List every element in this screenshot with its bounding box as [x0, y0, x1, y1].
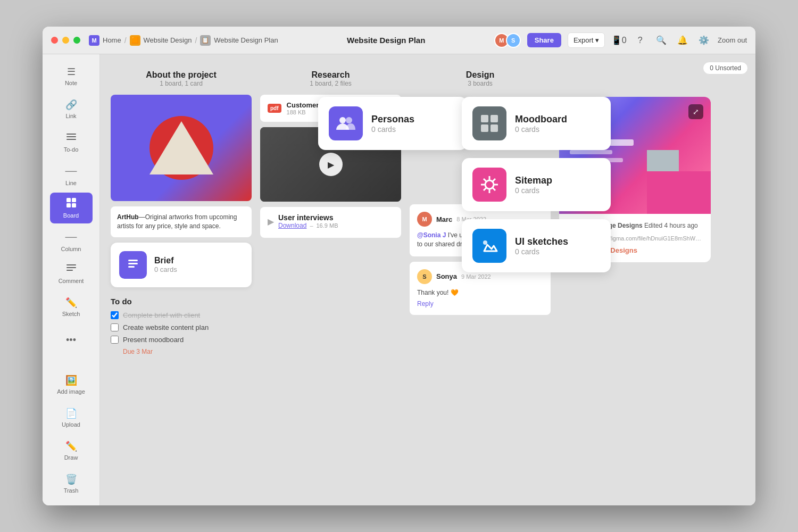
- svg-rect-7: [66, 264, 76, 265]
- sidebar-item-todo[interactable]: To-do: [50, 127, 93, 157]
- svg-rect-16: [491, 115, 498, 122]
- triangle-icon: [149, 121, 213, 174]
- settings-icon[interactable]: ⚙️: [696, 33, 711, 48]
- reply-link[interactable]: Reply: [417, 300, 543, 307]
- brief-card[interactable]: Brief 0 cards: [111, 243, 252, 287]
- upload-icon: 📄: [65, 408, 77, 419]
- moodboard-card[interactable]: Moodboard 0 cards: [462, 97, 611, 150]
- personas-card[interactable]: Personas 0 cards: [318, 97, 467, 150]
- shape-pink: [647, 171, 711, 214]
- comment-text-2: Thank you! 🧡: [417, 288, 543, 297]
- svg-rect-12: [128, 266, 135, 268]
- svg-rect-9: [66, 270, 73, 271]
- add-image-icon: 🖼️: [65, 375, 77, 386]
- download-card: ▶ User interviews Download – 16.9 MB: [260, 207, 401, 238]
- column-title-design: Design: [410, 70, 551, 80]
- sidebar-item-board[interactable]: Board: [50, 193, 93, 223]
- share-button[interactable]: Share: [527, 33, 561, 47]
- note-icon: ☰: [67, 66, 76, 78]
- sidebar-item-sketch[interactable]: ✏️ Sketch: [50, 292, 93, 322]
- svg-line-26: [492, 179, 495, 182]
- board-icon: [66, 198, 76, 210]
- svg-rect-11: [128, 263, 138, 264]
- export-button[interactable]: Export ▾: [568, 32, 605, 48]
- help-icon[interactable]: ?: [633, 33, 647, 48]
- toolbar-icon-device[interactable]: 📱0: [611, 33, 626, 48]
- sidebar-item-line[interactable]: — Line: [50, 160, 93, 190]
- shape-gray: [647, 150, 679, 171]
- more-icon: •••: [66, 335, 76, 346]
- todo-checkbox-2[interactable]: [111, 323, 119, 331]
- artwork-text-card: ArtHubArtHub—Original artworks from upco…: [111, 206, 252, 237]
- minimize-button[interactable]: [62, 37, 69, 44]
- sidebar-item-column[interactable]: — Column: [50, 226, 93, 256]
- figma-expand-button[interactable]: ⤢: [688, 104, 703, 119]
- close-button[interactable]: [51, 37, 58, 44]
- svg-rect-0: [66, 134, 76, 135]
- svg-rect-18: [491, 124, 498, 132]
- svg-rect-3: [66, 198, 71, 202]
- svg-rect-15: [481, 115, 488, 122]
- svg-rect-10: [128, 260, 138, 261]
- sidebar-item-more[interactable]: •••: [50, 325, 93, 355]
- todo-checkbox-3[interactable]: [111, 336, 119, 344]
- sitemap-icon: [472, 168, 506, 202]
- column-header-research: Research 1 board, 2 files: [260, 70, 401, 87]
- sidebar-item-trash[interactable]: 🗑️ Trash: [50, 468, 93, 499]
- todo-text-2: Create website content plan: [123, 323, 209, 331]
- bell-icon[interactable]: 🔔: [675, 33, 690, 48]
- brief-info: Brief 0 cards: [154, 256, 177, 273]
- app-window: M Home / 🟧 Website Design / 📋 Website De…: [43, 27, 755, 505]
- svg-point-28: [483, 240, 487, 245]
- sidebar-item-upload[interactable]: 📄 Upload: [50, 402, 93, 433]
- shape-2: [570, 150, 612, 154]
- todo-checkbox-1[interactable]: [111, 311, 119, 319]
- play-button[interactable]: ▶: [319, 153, 343, 176]
- page-title: Website Design Plan: [278, 36, 494, 45]
- column-about: About the project 1 board, 1 card ArtHub…: [111, 70, 252, 495]
- column-title-about: About the project: [111, 70, 252, 80]
- download-link[interactable]: Download: [278, 222, 306, 229]
- avatar-group: M S: [494, 33, 521, 48]
- artwork-image-card: [111, 95, 252, 201]
- svg-rect-2: [66, 139, 76, 140]
- search-icon[interactable]: 🔍: [654, 33, 669, 48]
- sidebar-item-note[interactable]: ☰ Note: [50, 61, 93, 92]
- breadcrumb-website-design[interactable]: Website Design: [144, 36, 192, 44]
- zoom-out-button[interactable]: Zoom out: [718, 36, 747, 44]
- separator: –: [310, 222, 313, 229]
- todo-title: To do: [111, 297, 252, 306]
- sidebar-item-comment[interactable]: Comment: [50, 259, 93, 289]
- canvas-area: 0 Unsorted About the project 1 board, 1 …: [100, 54, 755, 505]
- todo-icon: [66, 132, 76, 144]
- play-icon: ▶: [268, 217, 274, 227]
- sidebar-item-link[interactable]: 🔗 Link: [50, 94, 93, 124]
- todo-text-3: Present moodboard: [123, 336, 184, 344]
- svg-rect-1: [66, 136, 76, 137]
- todo-item-2: Create website content plan: [111, 323, 252, 331]
- svg-rect-8: [66, 267, 76, 268]
- svg-rect-17: [481, 124, 488, 132]
- sitemap-info: Sitemap 0 cards: [515, 175, 552, 195]
- due-date: Due 3 Mar: [123, 348, 252, 355]
- breadcrumb-home[interactable]: Home: [103, 36, 121, 44]
- ui-sketches-card[interactable]: UI sketches 0 cards: [462, 219, 611, 272]
- column-header-about: About the project 1 board, 1 card: [111, 70, 252, 87]
- column-subtitle-about: 1 board, 1 card: [111, 80, 252, 87]
- column-icon: —: [65, 230, 77, 244]
- sitemap-title: Sitemap: [515, 175, 552, 186]
- column-subtitle-research: 1 board, 2 files: [260, 80, 401, 87]
- breadcrumb-plan[interactable]: Website Design Plan: [214, 36, 278, 44]
- avatar-2: S: [506, 33, 521, 48]
- comment-author-1: Marc: [436, 215, 452, 223]
- maximize-button[interactable]: [73, 37, 80, 44]
- brief-subtitle: 0 cards: [154, 265, 177, 273]
- draw-icon: ✏️: [65, 440, 77, 452]
- avatar-sonya: S: [417, 269, 432, 284]
- sidebar-item-add-image[interactable]: 🖼️ Add image: [50, 369, 93, 400]
- titlebar: M Home / 🟧 Website Design / 📋 Website De…: [43, 27, 755, 54]
- sidebar-item-draw[interactable]: ✏️ Draw: [50, 435, 93, 466]
- column-subtitle-design: 3 boards: [410, 80, 551, 87]
- sitemap-card[interactable]: Sitemap 0 cards: [462, 158, 611, 211]
- toolbar-right: M S Share Export ▾ 📱0 ? 🔍 🔔 ⚙️ Zoom out: [494, 32, 747, 48]
